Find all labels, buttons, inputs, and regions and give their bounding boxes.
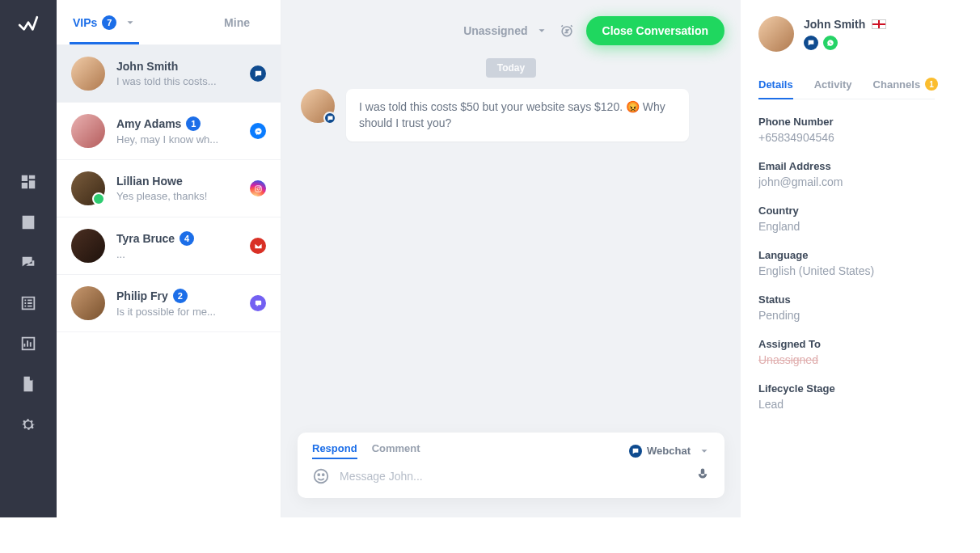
webchat-source-icon — [250, 65, 266, 82]
close-conversation-button[interactable]: Close Conversation — [586, 16, 724, 45]
day-marker: Today — [486, 58, 536, 78]
instagram-source-icon — [250, 180, 266, 196]
tab-vips-count-badge: 7 — [102, 15, 116, 30]
message-input[interactable] — [340, 470, 686, 483]
tab-vips[interactable]: VIPs 7 — [71, 1, 137, 44]
dashboard-icon[interactable] — [19, 173, 37, 191]
conversation-item[interactable]: Philip Fry 2 Is it possible for me... — [57, 275, 281, 332]
field-value: Lead — [758, 398, 935, 411]
field-value: +65834904546 — [758, 131, 935, 144]
field-label: Email Address — [758, 160, 935, 172]
conversation-preview: ... — [116, 248, 239, 260]
tab-mine-label: Mine — [224, 16, 250, 29]
field-label: Phone Number — [758, 116, 935, 128]
viber-source-icon — [250, 295, 266, 311]
snooze-icon[interactable] — [559, 23, 575, 39]
field-value: Pending — [758, 309, 935, 322]
message-list: I was told this costs $50 but your websi… — [281, 89, 741, 421]
tab-channels[interactable]: Channels 1 — [873, 70, 939, 99]
field-value: England — [758, 220, 935, 233]
chevron-down-icon — [699, 445, 710, 457]
avatar — [71, 57, 105, 91]
whatsapp-icon — [823, 36, 838, 50]
settings-icon[interactable] — [19, 416, 37, 433]
conversation-item[interactable]: John Smith I was told this costs... — [57, 45, 281, 103]
tab-details[interactable]: Details — [758, 70, 793, 99]
avatar — [758, 16, 794, 52]
message-composer: Respond Comment Webchat — [298, 433, 724, 498]
avatar — [71, 286, 105, 320]
conversation-list-panel: VIPs 7 Mine John Smith I was told this c… — [57, 0, 281, 517]
unread-badge: 1 — [186, 116, 201, 131]
field-assigned: Assigned To Unassigned — [758, 338, 935, 366]
microphone-icon[interactable] — [695, 467, 710, 485]
emoji-icon[interactable] — [312, 467, 330, 485]
conversation-name: Philip Fry 2 — [116, 289, 239, 303]
composer-tab-respond[interactable]: Respond — [312, 442, 357, 459]
conversation-preview: I was told this costs... — [116, 75, 239, 87]
field-value: john@gmail.com — [758, 175, 935, 188]
webchat-icon — [629, 445, 642, 458]
tab-activity[interactable]: Activity — [814, 70, 852, 99]
conversation-list: John Smith I was told this costs... Amy … — [57, 45, 281, 517]
reports-icon[interactable] — [19, 335, 37, 352]
field-value: Unassigned — [758, 353, 935, 366]
gmail-source-icon — [250, 238, 266, 254]
files-icon[interactable] — [19, 375, 37, 393]
svg-point-2 — [260, 186, 260, 187]
channels-count-badge: 1 — [925, 78, 938, 91]
conversation-item[interactable]: Amy Adams 1 Hey, may I know wh... — [57, 103, 281, 160]
assignee-selector[interactable]: Unassigned — [463, 24, 547, 37]
conversation-item[interactable]: Tyra Bruce 4 ... — [57, 217, 281, 275]
field-label: Country — [758, 205, 935, 217]
composer-tab-comment[interactable]: Comment — [372, 442, 420, 459]
conversation-name: Amy Adams 1 — [116, 116, 239, 131]
contacts-icon[interactable] — [19, 213, 37, 231]
app-root: VIPs 7 Mine John Smith I was told this c… — [0, 0, 953, 517]
message-bubble: I was told this costs $50 but your websi… — [346, 89, 689, 141]
england-flag-icon — [872, 19, 886, 29]
field-label: Assigned To — [758, 338, 935, 350]
field-country: Country England — [758, 205, 935, 233]
contact-header: John Smith — [758, 16, 935, 52]
avatar — [71, 171, 105, 205]
channel-label: Webchat — [647, 445, 691, 457]
chevron-down-icon — [536, 25, 547, 36]
webchat-badge-icon — [323, 112, 336, 125]
list-tabs: VIPs 7 Mine — [57, 0, 281, 45]
tab-mine[interactable]: Mine — [222, 2, 251, 44]
contact-name: John Smith — [804, 18, 886, 31]
field-phone: Phone Number +65834904546 — [758, 116, 935, 144]
avatar — [301, 89, 335, 123]
conversation-preview: Is it possible for me... — [116, 306, 239, 318]
field-label: Status — [758, 293, 935, 306]
contact-details-panel: John Smith Details Activity Channels 1 — [741, 0, 953, 517]
svg-point-4 — [315, 470, 328, 483]
field-email: Email Address john@gmail.com — [758, 160, 935, 188]
conversation-name: Tyra Bruce 4 — [116, 231, 239, 246]
chevron-down-icon[interactable] — [125, 17, 136, 28]
tab-vips-label: VIPs — [73, 16, 97, 29]
field-lifecycle: Lifecycle Stage Lead — [758, 382, 935, 411]
svg-point-6 — [323, 474, 324, 475]
contact-fields: Phone Number +65834904546 Email Address … — [758, 99, 935, 443]
conversation-name: John Smith — [116, 60, 239, 73]
forms-icon[interactable] — [19, 294, 37, 312]
unread-badge: 2 — [173, 289, 188, 303]
conversation-preview: Hey, may I know wh... — [116, 133, 239, 146]
conversation-item[interactable]: Lillian Howe Yes please, thanks! — [57, 160, 281, 217]
conversations-icon[interactable] — [19, 254, 37, 272]
avatar — [71, 114, 105, 148]
contact-channel-icons — [804, 36, 886, 50]
field-status: Status Pending — [758, 293, 935, 322]
assignee-label: Unassigned — [463, 24, 527, 37]
thread-header: Unassigned Close Conversation — [281, 0, 741, 53]
conversation-thread-panel: Unassigned Close Conversation Today I wa… — [281, 0, 741, 517]
conversation-name: Lillian Howe — [116, 175, 239, 188]
svg-point-5 — [318, 474, 319, 475]
brand-logo[interactable] — [18, 15, 39, 39]
message-inbound: I was told this costs $50 but your websi… — [301, 89, 689, 141]
conversation-preview: Yes please, thanks! — [116, 190, 239, 202]
channel-selector[interactable]: Webchat — [629, 445, 710, 458]
field-label: Lifecycle Stage — [758, 382, 935, 395]
